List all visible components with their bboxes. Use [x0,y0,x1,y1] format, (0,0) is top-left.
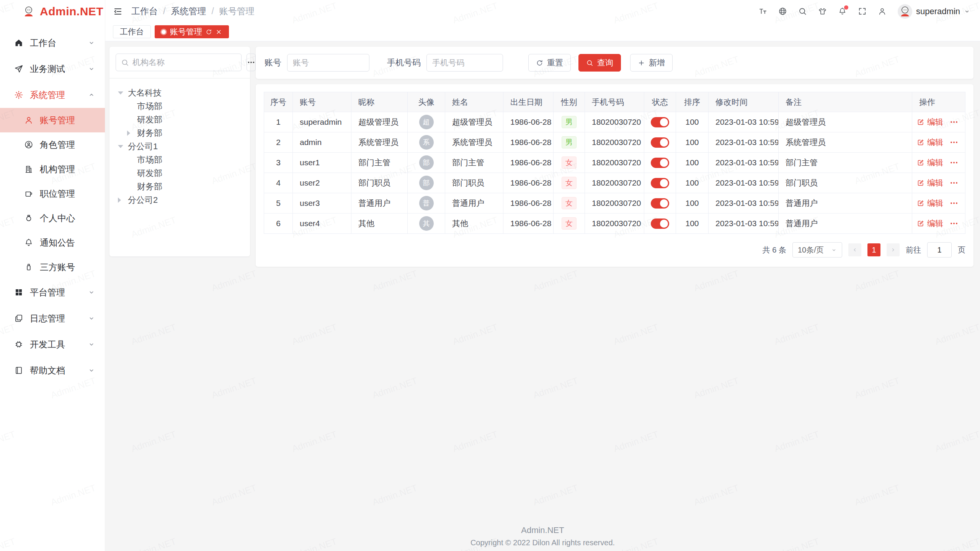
breadcrumb-item[interactable]: 工作台 [131,5,158,17]
tab-workbench[interactable]: 工作台 [113,25,151,38]
filter-bar: 账号 手机号码 重置 查询 [256,47,973,79]
sidebar-item-log-mgmt[interactable]: 日志管理 [0,305,105,331]
tree-node[interactable]: 市场部 [113,153,246,166]
font-size-icon[interactable] [758,7,767,16]
status-toggle[interactable] [651,198,669,209]
add-button[interactable]: 新增 [630,54,673,72]
tree-node[interactable]: 市场部 [113,99,246,113]
row-more-button[interactable] [949,199,959,208]
sidebar-item-workbench[interactable]: 工作台 [0,30,105,56]
status-toggle[interactable] [651,137,669,148]
status-toggle[interactable] [651,178,669,188]
sidebar-item-position-mgmt[interactable]: 职位管理 [0,181,105,206]
user-menu[interactable]: superadmin [898,4,970,19]
sidebar-item-label: 日志管理 [30,313,82,324]
sidebar-item-notice[interactable]: 通知公告 [0,230,105,255]
page-size-select[interactable]: 10条/页 [792,242,842,258]
row-more-button[interactable] [949,219,959,228]
theme-icon[interactable] [818,7,827,16]
search-icon[interactable] [798,7,807,16]
row-more-button[interactable] [949,178,959,187]
tree-node[interactable]: 研发部 [113,166,246,180]
tree-node-label: 市场部 [137,101,162,112]
page-unit-label: 页 [958,245,965,255]
tree-node[interactable]: 研发部 [113,113,246,126]
table-row: 6 user4 其他 其 其他 1986-06-28 女 18020030720 [264,214,965,234]
edit-icon [917,159,924,166]
sidebar-item-account-mgmt[interactable]: 账号管理 [0,108,105,132]
sidebar-item-role-mgmt[interactable]: 角色管理 [0,132,105,157]
caret-down-icon[interactable] [118,145,128,148]
sidebar-item-label: 工作台 [30,37,82,49]
documents-icon [14,314,23,323]
account-label: 账号 [265,57,281,68]
col-avatar: 头像 [408,92,445,112]
user-outline-icon[interactable] [878,7,887,16]
status-toggle[interactable] [651,158,669,168]
breadcrumb-item[interactable]: 系统管理 [171,5,206,17]
tree-node[interactable]: 分公司2 [113,193,246,207]
logo-text: Admin.NET [40,5,103,18]
tree-node[interactable]: 分公司1 [113,140,246,153]
caret-down-icon[interactable] [118,91,128,95]
usb-icon [24,262,33,272]
edit-button[interactable]: 编辑 [917,157,943,168]
username: superadmin [916,7,960,16]
row-more-button[interactable] [949,138,959,147]
add-label: 新增 [649,57,665,68]
sidebar-item-org-mgmt[interactable]: 机构管理 [0,157,105,181]
row-more-button[interactable] [949,117,959,127]
account-input[interactable] [287,54,369,72]
tree-more-button[interactable] [247,54,256,71]
row-more-button[interactable] [949,158,959,167]
sidebar-collapse-icon[interactable] [113,7,123,16]
breadcrumb-separator: / [211,6,214,16]
prev-page-button[interactable] [848,243,861,256]
col-time: 修改时间 [709,92,779,112]
sidebar-item-third-party[interactable]: 三方账号 [0,255,105,279]
edit-button[interactable]: 编辑 [917,137,943,148]
org-search-input[interactable] [132,58,236,67]
phone-input[interactable] [426,54,503,72]
logo-mascot-icon [21,4,36,19]
tab-account-mgmt[interactable]: 账号管理 [155,25,229,38]
close-icon[interactable] [216,29,222,35]
tabs-bar: 工作台 账号管理 [105,23,980,41]
logo[interactable]: Admin.NET [0,0,105,23]
refresh-icon[interactable] [206,29,212,35]
edit-button[interactable]: 编辑 [917,117,943,127]
status-toggle[interactable] [651,218,669,229]
user-icon [24,116,33,125]
bell-icon [24,238,33,247]
edit-button[interactable]: 编辑 [917,198,943,209]
tree-node[interactable]: 大名科技 [113,86,246,99]
tree-node[interactable]: 财务部 [113,126,246,140]
edit-button[interactable]: 编辑 [917,218,943,229]
caret-right-icon[interactable] [127,130,137,136]
sidebar-item-profile-center[interactable]: 个人中心 [0,206,105,230]
sidebar-item-label: 业务测试 [30,63,82,75]
fullscreen-icon[interactable] [858,7,867,16]
sidebar-item-platform-mgmt[interactable]: 平台管理 [0,279,105,305]
language-icon[interactable] [778,7,787,16]
sidebar-item-dev-tools[interactable]: 开发工具 [0,331,105,357]
sidebar-item-system-mgmt[interactable]: 系统管理 [0,82,105,108]
reset-button[interactable]: 重置 [528,54,571,72]
sidebar-item-business-test[interactable]: 业务测试 [0,56,105,82]
notifications-button[interactable] [838,7,847,16]
page-number-current[interactable]: 1 [867,243,880,256]
sidebar-item-label: 通知公告 [40,237,95,249]
edit-button[interactable]: 编辑 [917,178,943,188]
chevron-down-icon [831,247,837,253]
sidebar-item-help-docs[interactable]: 帮助文档 [0,357,105,383]
chevron-down-icon [88,341,95,348]
status-toggle[interactable] [651,117,669,127]
caret-right-icon[interactable] [118,197,128,203]
tab-label: 工作台 [120,26,144,37]
next-page-button[interactable] [887,243,900,256]
app-root: Admin.NETAdmin.NETAdmin.NETAdmin.NETAdmi… [0,0,980,551]
search-button[interactable]: 查询 [578,54,621,72]
page-footer: Admin.NET Copyright © 2022 Dilon All rig… [105,525,980,547]
tree-node[interactable]: 财务部 [113,180,246,193]
goto-page-input[interactable] [927,242,952,258]
